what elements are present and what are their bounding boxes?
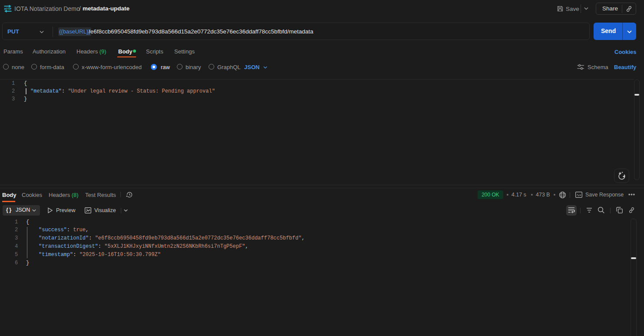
svg-text:HTTP: HTTP bbox=[4, 7, 12, 11]
